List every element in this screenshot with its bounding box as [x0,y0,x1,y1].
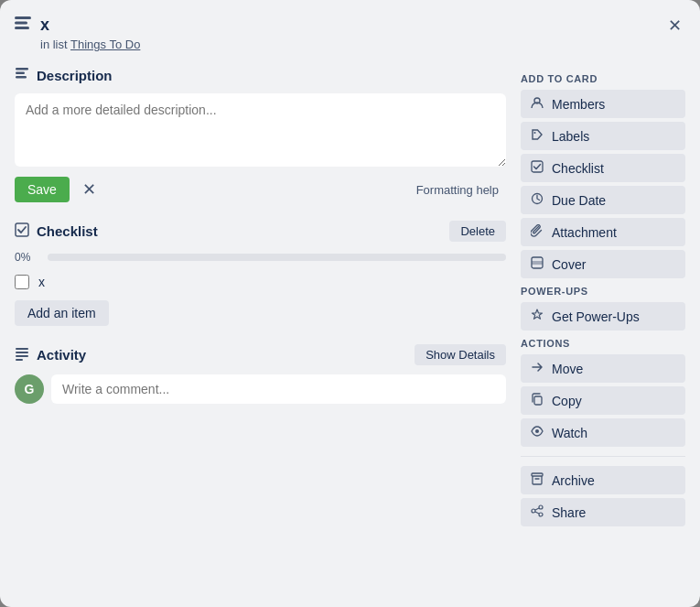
watch-button[interactable]: Watch [521,418,685,447]
svg-point-21 [539,505,543,509]
due-date-button[interactable]: Due Date [521,186,685,214]
description-title-row: Description [15,66,113,84]
modal-header: x in list Things To Do [15,15,685,51]
checklist-title: Checklist [37,223,98,239]
checklist-title-row: Checklist [15,222,98,241]
cancel-icon: ✕ [82,179,96,200]
activity-icon [15,346,29,364]
svg-rect-4 [16,72,25,75]
get-power-ups-label: Get Power-Ups [552,309,640,324]
card-header-icon [15,16,31,33]
checklist-item-text: x [38,275,45,289]
get-power-ups-icon [530,309,544,324]
svg-rect-2 [15,27,29,29]
share-label: Share [552,505,586,520]
svg-rect-10 [16,359,23,361]
card-list-ref: in list Things To Do [40,38,656,51]
progress-bar-background [48,254,506,261]
svg-point-23 [539,513,543,516]
checklist-header: Checklist Delete [15,221,506,242]
attachment-icon [530,224,544,240]
svg-rect-0 [15,16,31,19]
svg-rect-3 [16,68,28,70]
due-date-icon [530,192,544,208]
members-button[interactable]: Members [521,90,685,118]
sidebar: ADD TO CARD Members Labels Checklist [521,66,685,592]
share-icon [530,504,544,520]
checklist-icon [15,222,29,241]
delete-button[interactable]: Delete [449,221,506,242]
archive-label: Archive [552,473,595,488]
attachment-label: Attachment [552,225,617,240]
svg-rect-7 [16,348,28,350]
labels-icon [530,128,544,144]
checklist-sidebar-label: Checklist [552,161,604,176]
svg-rect-19 [532,473,543,476]
svg-point-12 [534,132,536,134]
svg-line-24 [535,508,539,510]
description-header: Description [15,66,506,84]
checklist-checkbox[interactable] [15,275,29,289]
cover-button[interactable]: Cover [521,250,685,278]
move-label: Move [552,362,583,376]
add-item-button[interactable]: Add an item [15,300,109,326]
due-date-label: Due Date [552,193,606,208]
card-title: x [40,15,656,36]
copy-icon [530,393,544,408]
svg-rect-16 [532,261,543,265]
card-modal: x in list Things To Do ✕ Description [0,0,700,607]
progress-percentage: 0% [15,251,40,264]
save-button[interactable]: Save [15,177,70,202]
activity-header: Activity Show Details [15,344,506,365]
card-title-area: x in list Things To Do [40,15,656,51]
power-ups-label: POWER-UPS [521,286,685,297]
svg-rect-1 [15,22,27,25]
description-textarea[interactable] [15,93,506,167]
move-icon [530,361,544,376]
description-icon [15,66,29,84]
show-details-button[interactable]: Show Details [415,344,506,365]
actions-divider [521,456,685,457]
description-actions: Save ✕ Formatting help [15,177,506,202]
close-icon: ✕ [668,16,682,36]
avatar: G [15,374,44,404]
members-icon [530,96,544,112]
watch-label: Watch [552,426,587,440]
comment-input[interactable] [51,374,506,404]
labels-button[interactable]: Labels [521,122,685,150]
cover-label: Cover [552,257,586,272]
progress-row: 0% [15,251,506,264]
svg-rect-17 [534,396,542,405]
svg-point-22 [532,509,535,513]
get-power-ups-button[interactable]: Get Power-Ups [521,302,685,331]
svg-rect-9 [16,355,28,357]
cancel-button[interactable]: ✕ [77,177,102,202]
card-list-link[interactable]: Things To Do [70,38,140,51]
activity-title-row: Activity [15,346,86,364]
attachment-button[interactable]: Attachment [521,218,685,246]
activity-title: Activity [37,347,86,363]
add-to-card-label: ADD TO CARD [521,73,685,84]
activity-input-row: G [15,374,506,404]
checklist-sidebar-button[interactable]: Checklist [521,154,685,182]
checklist-sidebar-icon [530,160,544,176]
formatting-help-button[interactable]: Formatting help [409,179,506,201]
watch-icon [530,425,544,440]
svg-line-25 [535,512,539,514]
members-label: Members [552,97,605,112]
labels-label: Labels [552,129,589,144]
description-section: Description Save ✕ Formatting help [15,66,506,202]
cover-icon [530,256,544,272]
checklist-items: x [15,271,506,293]
archive-icon [530,472,544,488]
checklist-item: x [15,271,506,293]
copy-button[interactable]: Copy [521,386,685,415]
archive-button[interactable]: Archive [521,466,685,494]
main-content: Description Save ✕ Formatting help [15,66,506,592]
move-button[interactable]: Move [521,354,685,383]
modal-body: Description Save ✕ Formatting help [15,66,685,592]
share-button[interactable]: Share [521,498,685,526]
actions-label: ACTIONS [521,338,685,349]
description-actions-left: Save ✕ [15,177,102,202]
close-button[interactable]: ✕ [660,11,689,40]
